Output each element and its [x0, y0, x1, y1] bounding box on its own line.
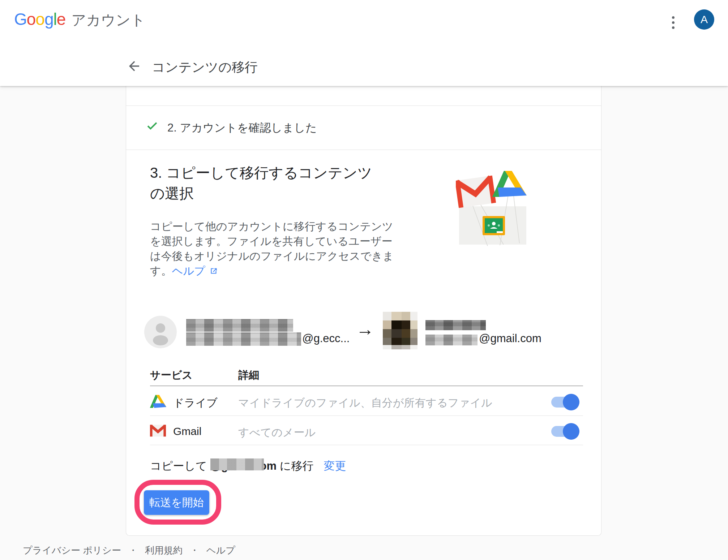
transfer-suffix: に移行	[277, 460, 313, 472]
external-link-icon	[209, 266, 218, 276]
destination-email-suffix: @gmail.com	[479, 332, 541, 345]
service-label-gmail: Gmail	[173, 425, 201, 438]
source-email-suffix: @g.ecc...	[302, 332, 350, 345]
start-transfer-button[interactable]: 転送を開始	[144, 490, 209, 515]
toggle-knob	[563, 394, 579, 410]
source-avatar-placeholder	[144, 316, 177, 348]
table-row-divider	[150, 415, 583, 416]
drive-logo	[492, 171, 527, 197]
account-avatar[interactable]: A	[694, 9, 714, 30]
screen: Google アカウント A コンテンツの移行 2. アカウントを確認しました …	[0, 0, 728, 560]
service-label-drive: ドライブ	[173, 396, 218, 410]
transfer-card: 2. アカウントを確認しました 3. コピーして移行するコンテンツの選択	[126, 86, 601, 536]
logo-letter: o	[27, 10, 36, 29]
logo-letter: o	[35, 10, 44, 29]
drive-icon	[149, 393, 167, 409]
table-header-divider	[150, 385, 583, 386]
step2-label: 2. アカウントを確認しました	[167, 120, 317, 135]
footer-link-privacy[interactable]: プライバシー ポリシー	[23, 544, 121, 557]
footer: プライバシー ポリシー ・ 利用規約 ・ ヘルプ	[23, 544, 235, 557]
apps-illustration	[456, 171, 527, 246]
logo-letter: l	[53, 10, 57, 29]
product-name: アカウント	[71, 10, 145, 30]
drive-toggle[interactable]	[551, 397, 578, 408]
destination-name-redacted	[425, 320, 486, 330]
service-detail-gmail: すべてのメール	[238, 425, 316, 440]
gmail-icon	[149, 424, 167, 438]
service-detail-drive: マイドライブのファイル、自分が所有するファイル	[238, 396, 492, 410]
gmail-logo	[456, 176, 496, 208]
logo-letter: G	[14, 10, 27, 29]
logo-letter: e	[57, 10, 66, 29]
table-bottom-divider	[150, 445, 583, 445]
app-header: Google アカウント A コンテンツの移行	[0, 0, 728, 86]
check-icon	[146, 119, 159, 132]
arrow-forward-icon: →	[356, 319, 374, 340]
destination-email-redacted	[425, 335, 478, 345]
change-link[interactable]: 変更	[324, 460, 346, 472]
step3-title: 3. コピーして移行するコンテンツの選択	[150, 163, 374, 204]
classroom-logo	[483, 216, 505, 235]
back-arrow-icon[interactable]	[127, 59, 142, 74]
source-name-redacted	[186, 319, 293, 332]
toggle-knob	[563, 423, 579, 440]
kebab-menu-icon[interactable]	[666, 14, 680, 30]
destination-avatar-redacted	[383, 311, 417, 350]
footer-link-help[interactable]: ヘルプ	[206, 544, 235, 557]
google-logo: Google	[14, 9, 65, 29]
footer-separator: ・	[128, 544, 138, 557]
footer-link-terms[interactable]: 利用規約	[145, 544, 183, 557]
table-header-detail: 詳細	[238, 368, 259, 383]
gmail-toggle[interactable]	[551, 426, 578, 437]
footer-separator: ・	[190, 544, 199, 557]
divider	[126, 150, 601, 150]
logo-letter: g	[44, 10, 53, 29]
step3-description: コピーして他のアカウントに移行するコンテンツを選択します。ファイルを共有している…	[150, 219, 396, 278]
google-account-logo[interactable]: Google アカウント	[14, 9, 145, 30]
step2-row[interactable]: 2. アカウントを確認しました	[126, 106, 601, 150]
transfer-email-redacted	[210, 458, 264, 470]
help-link[interactable]: ヘルプ	[172, 265, 205, 277]
transfer-destination-line: コピーして @gmail.com に移行変更	[150, 458, 346, 474]
page-title: コンテンツの移行	[152, 59, 258, 76]
transfer-prefix: コピーして	[150, 460, 210, 472]
source-email-redacted	[186, 332, 301, 346]
table-header-service: サービス	[150, 368, 193, 383]
